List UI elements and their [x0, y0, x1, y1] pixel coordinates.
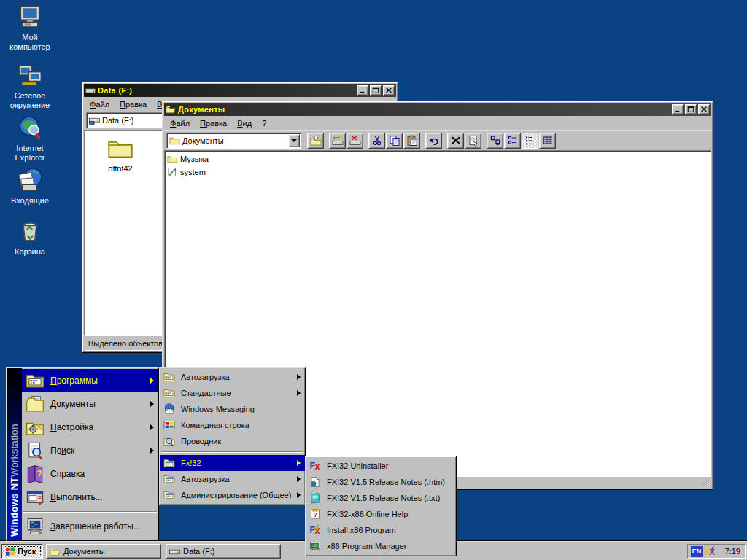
fx-icon: FX	[309, 460, 321, 472]
fx-menu-item-fx-uninstaller[interactable]: FXFX!32 Uninstaller	[306, 458, 458, 474]
toolbar-button-up-folder[interactable]	[307, 133, 324, 149]
menu-item-label: FX!32 Uninstaller	[327, 462, 388, 470]
close-button[interactable]	[383, 85, 395, 96]
fx-menu-item-x86-pm[interactable]: x86x86 Program Manager	[306, 538, 458, 554]
start-menu-item-find[interactable]: Поиск	[22, 439, 158, 462]
start-button-label: Пуск	[18, 547, 36, 556]
view-list	[525, 135, 536, 147]
common-group-icon	[163, 489, 175, 501]
docs-address-combobox[interactable]: Документы	[166, 133, 301, 149]
docs-address-dropdown-button[interactable]	[288, 134, 300, 147]
toolbar-buttons	[307, 133, 561, 149]
programs-menu-item-accessories[interactable]: Стандартные	[160, 385, 305, 401]
menu-item-label: Программы	[50, 376, 98, 386]
close-button[interactable]	[698, 104, 710, 114]
toolbar-button-properties[interactable]	[465, 133, 481, 149]
program-group-icon	[26, 371, 44, 390]
programs-menu-item-startup-common[interactable]: Автозагрузка	[160, 471, 305, 487]
submenu-arrow-icon	[150, 448, 154, 454]
programs-submenu: АвтозагрузкаСтандартныеWindows Messaging…	[159, 367, 306, 505]
programs-menu-item-startup[interactable]: Автозагрузка	[160, 369, 305, 385]
start-button[interactable]: Пуск	[1, 544, 43, 559]
toolbar-button-view-list[interactable]	[522, 133, 538, 149]
documents-window-titlebar[interactable]: Документы	[164, 103, 711, 116]
messaging-icon	[163, 403, 175, 415]
maximize-button[interactable]	[685, 104, 697, 114]
menu-item-label: Выполнить...	[50, 492, 103, 502]
menu-item-label: Install x86 Program	[327, 526, 396, 534]
fx-menu-item-fx-notes-txt[interactable]: FX!32 V1.5 Release Notes (.txt)	[306, 490, 458, 506]
fx-menu-item-fx-online-help[interactable]: ?FX!32-x86 Online Help	[306, 506, 458, 522]
documents-window-menu-file[interactable]: Файл	[165, 117, 195, 129]
toolbar-button-view-large[interactable]	[487, 133, 503, 149]
html-doc-icon	[309, 476, 321, 488]
minimize-icon	[358, 86, 367, 95]
fx-menu-item-fx-notes-htm[interactable]: FX!32 V1.5 Release Notes (.htm)	[306, 474, 458, 490]
online-help-icon: ?	[309, 508, 321, 520]
toolbar-button-map-drive[interactable]	[329, 133, 346, 149]
close-icon	[700, 105, 708, 114]
submenu-arrow-icon	[297, 492, 301, 498]
desktop-icon-label: Мой компьютер	[1, 33, 58, 52]
start-menu-item-shutdown[interactable]: Завершение работы...	[22, 515, 158, 538]
delete	[450, 135, 462, 147]
desktop-icon-recycle-bin[interactable]: Корзина	[1, 219, 58, 257]
toolbar-button-undo[interactable]	[425, 133, 442, 149]
minimize-button[interactable]	[357, 85, 368, 96]
toolbar-group	[368, 133, 420, 149]
resize-grip	[702, 478, 711, 488]
messaging-icon	[163, 403, 175, 415]
file-item-system[interactable]: system	[165, 166, 711, 179]
task-documents[interactable]: Документы	[46, 544, 161, 559]
start-menu-item-programs[interactable]: Программы	[22, 369, 158, 392]
toolbar-button-view-details[interactable]	[539, 133, 556, 149]
data-window-menu-edit[interactable]: Правка	[115, 98, 152, 110]
file-item-muzyka[interactable]: Музыка	[165, 152, 711, 166]
toolbar-button-delete[interactable]	[447, 133, 464, 149]
fx-menu-item-install-x86[interactable]: FXInstall x86 Program	[306, 522, 458, 538]
toolbar-button-paste[interactable]	[403, 133, 420, 149]
toolbar-button-copy[interactable]	[386, 133, 403, 149]
documents-window-menu-view[interactable]: Вид	[232, 117, 257, 129]
data-window-titlebar[interactable]: Data (F:)	[84, 84, 396, 97]
desktop-icon-inbox[interactable]: Входящие	[1, 168, 58, 206]
recycle-bin-icon	[18, 219, 42, 244]
menu-item-label: Завершение работы...	[50, 521, 141, 532]
start-menu-item-help[interactable]: ?Справка	[22, 462, 158, 486]
help-icon: ?	[26, 464, 44, 483]
menu-item-label: FX!32-x86 Online Help	[327, 510, 408, 518]
maximize-button[interactable]	[370, 85, 382, 96]
folder-icon	[167, 154, 177, 164]
start-menu-item-run[interactable]: Выполнить...	[22, 486, 158, 509]
toolbar-button-disconnect-drive[interactable]	[347, 133, 363, 149]
toolbar-button-view-small[interactable]	[504, 133, 521, 149]
desktop-icon-my-computer[interactable]: Мой компьютер	[1, 4, 58, 52]
task-data-f[interactable]: Data (F:)	[166, 544, 281, 559]
programs-menu-item-win-messaging[interactable]: Windows Messaging	[160, 401, 305, 417]
start-menu-item-settings[interactable]: Настройка	[22, 416, 158, 439]
settings-icon	[26, 418, 44, 437]
programs-menu-item-command-prompt[interactable]: Командная строка	[160, 417, 305, 433]
desktop-icon-label: Internet Explorer	[1, 144, 58, 163]
programs-menu-item-fx32[interactable]: Fx!32	[160, 455, 305, 471]
language-indicator[interactable]: EN	[691, 546, 703, 557]
system-tray: EN FX 7:19	[687, 544, 746, 559]
desktop-icon-internet-explorer[interactable]: Internet Explorer	[1, 115, 58, 163]
documents-window-menu-help[interactable]: ?	[257, 117, 271, 129]
toolbar-button-cut[interactable]	[368, 133, 385, 149]
minimize-button[interactable]	[672, 104, 684, 114]
drive-icon	[85, 85, 96, 96]
undo	[428, 135, 440, 147]
programs-menu-item-admin-common[interactable]: Администрирование (Общее)	[160, 487, 305, 503]
programs-menu-item-explorer[interactable]: Проводник	[160, 433, 305, 449]
file-item-offnt42[interactable]: offnt42	[95, 135, 146, 173]
program-group-icon	[163, 371, 175, 383]
file-item-label: Музыка	[180, 155, 209, 163]
start-menu-item-documents[interactable]: Документы	[22, 392, 158, 416]
desktop-icon-network-neighborhood[interactable]: Сетевое окружение	[1, 63, 58, 110]
resize-grip[interactable]	[702, 478, 711, 488]
data-window-menu-file[interactable]: Файл	[85, 98, 115, 110]
documents-window-menu-edit[interactable]: Правка	[195, 117, 232, 129]
ie-icon	[18, 115, 42, 140]
submenu-arrow-icon	[297, 476, 301, 482]
